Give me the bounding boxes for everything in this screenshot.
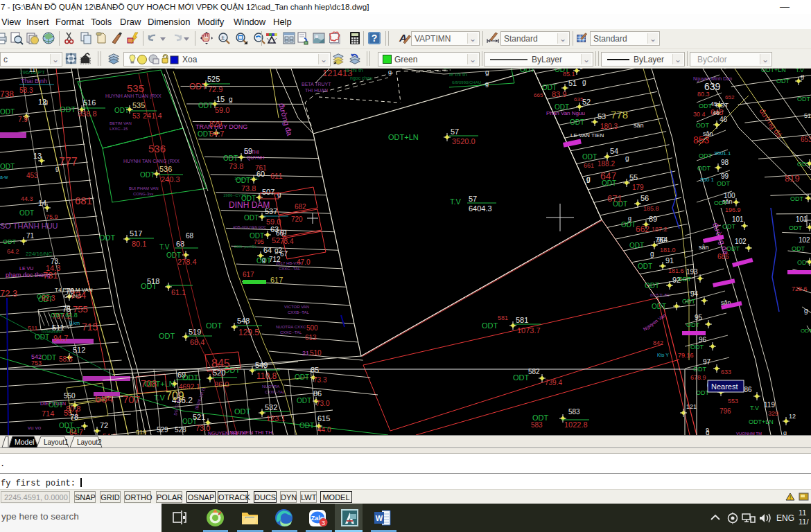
svg-text:500: 500 [306, 324, 318, 332]
svg-text:845: 845 [211, 357, 230, 369]
svg-text:842: 842 [653, 339, 663, 346]
svg-text:98: 98 [721, 159, 729, 166]
svg-text:ODT: ODT [714, 200, 728, 206]
svg-text:510: 510 [310, 349, 322, 357]
svg-text:Phan Van Nguu: Phan Van Nguu [546, 110, 585, 116]
svg-text:764: 764 [655, 236, 668, 244]
svg-text:7.9: 7.9 [18, 116, 28, 123]
svg-text:819: 819 [785, 173, 800, 184]
svg-text:193: 193 [686, 268, 698, 276]
svg-text:g: g [801, 73, 804, 80]
svg-text:1022.8: 1022.8 [564, 420, 588, 429]
svg-text:NUOTRA: NUOTRA [262, 384, 279, 389]
svg-text:ODT: ODT [699, 103, 713, 109]
svg-text:72 3: 72 3 [0, 288, 17, 299]
svg-text:519: 519 [189, 328, 201, 336]
svg-text:ODT: ODT [236, 177, 250, 184]
svg-text:g: g [582, 78, 586, 86]
svg-text:BETIM VAN: BETIM VAN [110, 121, 132, 125]
svg-text:ODT: ODT [299, 422, 314, 429]
svg-text:6404.3: 6404.3 [469, 204, 492, 213]
svg-text:521: 521 [193, 413, 205, 421]
svg-text:LE VU: LE VU [19, 266, 33, 271]
svg-text:ODT: ODT [790, 195, 804, 202]
svg-text:671: 671 [607, 193, 622, 204]
svg-text:ODT: ODT [792, 245, 805, 252]
svg-text:ODT: ODT [638, 263, 652, 270]
svg-text:ODT: ODT [697, 165, 711, 172]
svg-text:712: 712 [269, 256, 281, 263]
svg-text:SO THANH HUU: SO THANH HUU [0, 222, 58, 230]
svg-text:91: 91 [665, 256, 674, 265]
svg-text:ODT: ODT [682, 298, 696, 305]
svg-text:Kto Y: Kto Y [657, 353, 669, 357]
svg-text:728.6: 728.6 [792, 285, 808, 292]
svg-text:57: 57 [469, 195, 477, 203]
svg-text:73.8: 73.8 [241, 184, 256, 193]
svg-text:537: 537 [265, 207, 277, 215]
svg-text:652: 652 [725, 94, 735, 100]
svg-text:59.0: 59.0 [215, 106, 229, 114]
svg-text:582: 582 [528, 368, 540, 375]
svg-text:NUOTRA CXXC: NUOTRA CXXC [276, 325, 306, 329]
svg-text:46: 46 [713, 109, 720, 116]
svg-text:HUYNH ANH TUAN (RXX: HUYNH ANH TUAN (RXX [105, 94, 162, 99]
svg-text:611: 611 [270, 172, 283, 180]
svg-text:681: 681 [75, 195, 92, 206]
svg-text:709: 709 [166, 390, 184, 402]
svg-text:240.3: 240.3 [161, 175, 180, 184]
svg-text:57: 57 [451, 127, 459, 136]
svg-text:95: 95 [695, 314, 703, 321]
svg-text:68: 68 [176, 240, 184, 248]
svg-text:647: 647 [600, 170, 617, 181]
svg-text:661: 661 [584, 162, 594, 169]
svg-text:181.6: 181.6 [668, 267, 684, 274]
svg-text:54: 54 [610, 147, 618, 155]
svg-text:62.3: 62.3 [42, 294, 55, 302]
svg-text:71: 71 [26, 232, 35, 240]
svg-text:516: 516 [83, 98, 96, 107]
svg-text:W: W [376, 514, 383, 522]
svg-text:633: 633 [721, 369, 731, 375]
svg-text:51: 51 [804, 112, 811, 119]
svg-text:80.8: 80.8 [66, 405, 80, 413]
svg-text:ODT+LN: ODT+LN [761, 69, 786, 73]
svg-text:21: 21 [302, 350, 309, 357]
svg-text:ODT: ODT [244, 214, 259, 222]
svg-text:613: 613 [305, 334, 317, 342]
svg-text:CXXC--TAL: CXXC--TAL [280, 330, 302, 335]
svg-text:Model: Model [15, 438, 35, 446]
svg-text:51: 51 [568, 79, 577, 87]
svg-text:ODT: ODT [295, 373, 309, 381]
svg-text:78: 78 [70, 413, 78, 421]
svg-text:731: 731 [43, 270, 58, 281]
svg-text:99: 99 [721, 172, 729, 180]
svg-text:ODT+LN: ODT+LN [749, 418, 774, 425]
svg-text:ODT: ODT [789, 224, 803, 231]
svg-text:g: g [485, 69, 489, 76]
svg-text:ODT: ODT [690, 344, 704, 351]
svg-text:ODT: ODT [582, 153, 597, 161]
svg-text:ODT: ODT [621, 221, 636, 229]
svg-text:224/16/NC: 224/16/NC [26, 251, 52, 257]
svg-text:Layout1: Layout1 [44, 438, 69, 446]
svg-text:720: 720 [291, 215, 303, 223]
svg-text:553: 553 [728, 398, 738, 405]
svg-text:185.8: 185.8 [643, 205, 659, 212]
svg-text:ODT 64.8: ODT 64.8 [51, 312, 78, 319]
svg-text:T.V: T.V [750, 405, 759, 411]
svg-text:96: 96 [699, 336, 707, 344]
svg-text:80.3: 80.3 [697, 91, 710, 98]
svg-text:ODT: ODT [513, 373, 530, 382]
svg-text:6/8/0990/CHAU: 6/8/0990/CHAU [452, 80, 481, 85]
svg-text:853: 853 [693, 134, 710, 145]
svg-text:ODT: ODT [693, 366, 707, 373]
svg-text:617: 617 [270, 276, 283, 284]
svg-text:714: 714 [42, 409, 54, 418]
svg-text:64.7: 64.7 [69, 429, 83, 435]
svg-text:58.5: 58.5 [59, 355, 73, 363]
svg-text:T.V: T.V [450, 197, 462, 206]
svg-text:ODT: ODT [206, 321, 223, 330]
svg-text:lê thi th: lê thi th [449, 71, 467, 78]
svg-text:60: 60 [256, 170, 265, 178]
